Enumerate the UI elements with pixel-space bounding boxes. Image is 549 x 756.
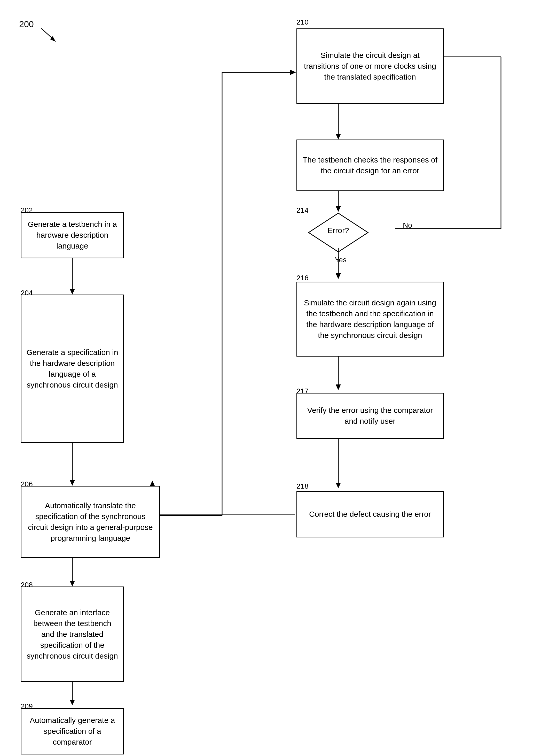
label-216: 216: [296, 274, 308, 282]
svg-marker-1: [336, 134, 341, 140]
svg-marker-16: [150, 481, 155, 486]
svg-marker-11: [336, 384, 341, 390]
svg-marker-26: [290, 70, 296, 75]
label-200-arrow: [31, 26, 62, 47]
label-210: 210: [296, 18, 308, 26]
svg-marker-28: [70, 700, 75, 705]
flowchart-diagram: 200 210 Simulate the circuit design at t…: [0, 0, 549, 756]
box-218: Correct the defect causing the error: [296, 491, 444, 537]
box-204: Generate a specification in the hardware…: [21, 295, 124, 443]
svg-marker-20: [70, 480, 75, 486]
box-217: Verify the error using the comparator an…: [296, 393, 444, 439]
yes-label: Yes: [335, 256, 346, 264]
svg-marker-18: [70, 289, 75, 295]
label-214: 214: [296, 206, 308, 214]
svg-marker-5: [336, 273, 341, 279]
svg-marker-22: [70, 581, 75, 587]
box-206: Automatically translate the specificatio…: [21, 486, 160, 558]
svg-marker-13: [336, 483, 341, 488]
svg-marker-3: [336, 206, 341, 212]
box-216: Simulate the circuit design again using …: [296, 282, 444, 357]
box-210: Simulate the circuit design at transitio…: [296, 28, 444, 104]
diamond-214-label: Error?: [322, 226, 354, 235]
box-212: The testbench checks the responses of th…: [296, 140, 444, 191]
box-209: Automatically generate a specification o…: [21, 708, 124, 754]
box-208: Generate an interface between the testbe…: [21, 587, 124, 682]
no-label: No: [403, 221, 412, 229]
box-202: Generate a testbench in a hardware descr…: [21, 212, 124, 258]
label-218: 218: [296, 482, 308, 490]
